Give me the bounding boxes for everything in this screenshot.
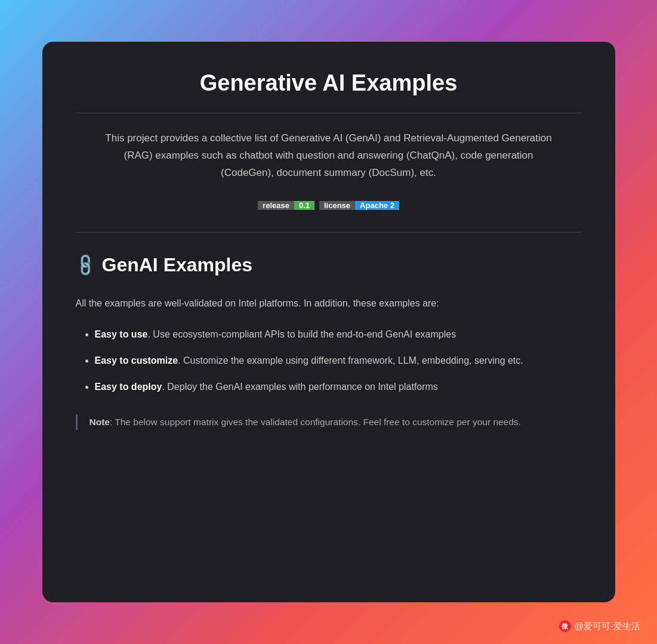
list-item-bold-2: Easy to customize xyxy=(95,355,178,366)
note-text: Note: The below support matrix gives the… xyxy=(90,414,582,430)
list-item: Easy to customize. Customize the example… xyxy=(95,352,582,369)
link-icon: 🔗 xyxy=(72,252,98,278)
note-bold: Note xyxy=(90,417,110,427)
release-badge-left: release xyxy=(258,201,294,210)
list-item: Easy to deploy. Deploy the GenAI example… xyxy=(95,379,582,395)
license-badge-left: license xyxy=(319,201,355,210)
page-title: Generative AI Examples xyxy=(76,70,582,96)
list-item-bold-1: Easy to use xyxy=(95,329,148,339)
note-body: : The below support matrix gives the val… xyxy=(110,417,521,427)
release-badge-right: 0.1 xyxy=(294,201,314,210)
list-item-bold-3: Easy to deploy xyxy=(95,382,162,392)
description: This project provides a collective list … xyxy=(76,130,582,182)
release-badge[interactable]: release 0.1 xyxy=(258,199,314,213)
list-item-text-1: . Use ecosystem-compliant APIs to build … xyxy=(147,329,456,339)
watermark-text: @爱可可-爱生活 xyxy=(575,621,640,632)
feature-list: Easy to use. Use ecosystem-compliant API… xyxy=(76,326,582,395)
section-title: GenAI Examples xyxy=(102,254,253,276)
list-item-text-3: . Deploy the GenAI examples with perform… xyxy=(162,382,437,392)
badges-container: release 0.1 license Apache 2 xyxy=(76,199,582,213)
section-divider xyxy=(76,232,582,233)
license-badge-right: Apache 2 xyxy=(355,201,399,210)
license-badge[interactable]: license Apache 2 xyxy=(319,199,399,213)
section-intro: All the examples are well-validated on I… xyxy=(76,295,582,312)
weibo-icon: 微 xyxy=(559,620,571,632)
note-block: Note: The below support matrix gives the… xyxy=(76,414,582,430)
list-item-text-2: . Customize the example using different … xyxy=(178,355,523,366)
section-heading: 🔗 GenAI Examples xyxy=(76,254,582,276)
list-item: Easy to use. Use ecosystem-compliant API… xyxy=(95,326,582,343)
top-divider xyxy=(76,113,582,113)
watermark: 微 @爱可可-爱生活 xyxy=(559,620,640,632)
main-card: Generative AI Examples This project prov… xyxy=(42,42,615,602)
